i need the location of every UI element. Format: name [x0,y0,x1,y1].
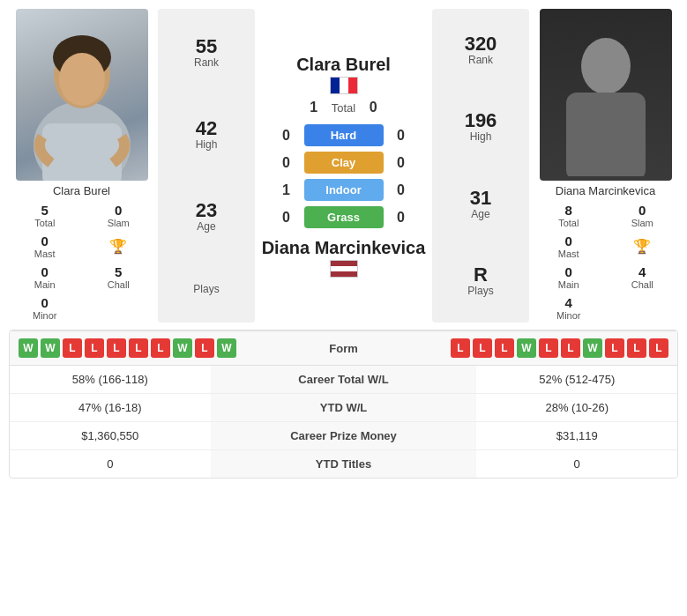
form-badge: L [151,338,170,358]
indoor-button[interactable]: Indoor [304,179,384,201]
svg-point-5 [581,38,631,94]
right-age-value: 31 [470,189,491,208]
svg-point-3 [59,53,105,106]
career-stats-table: 58% (166-118) Career Total W/L 52% (512-… [10,366,677,478]
prize-left: $1,360,550 [10,422,211,450]
right-high-label: High [465,130,497,143]
svg-rect-6 [566,93,646,176]
left-rank-value: 55 [194,37,219,56]
right-total-label: Total [536,218,601,228]
right-minor-cell: 4 Minor [533,293,605,323]
clay-button[interactable]: Clay [304,152,384,174]
left-slam-value: 0 [86,203,152,218]
top-section: Clara Burel 5 Total 0 Slam 0 Mast 🏆 [9,9,678,323]
right-player-stats: 8 Total 0 Slam 0 Mast 🏆 0 Main [533,201,678,323]
form-badge: L [605,338,624,358]
form-badge: L [649,338,668,358]
right-main-value: 0 [536,264,601,279]
left-chall-value: 5 [86,264,152,279]
left-minor-value: 0 [12,295,78,310]
form-badge: W [173,338,192,358]
left-player-header: Clara Burel [296,54,391,94]
form-badge: L [539,338,558,358]
form-badge: L [495,338,514,358]
left-slam-cell: 0 Slam [83,201,155,230]
left-main-label: Main [12,279,78,290]
right-plays-label: Plays [467,285,493,297]
right-age-box: 31 Age [470,189,491,220]
left-age-box: 23 Age [196,201,217,233]
hard-row: 0 Hard 0 [258,124,429,146]
clay-score-right: 0 [391,155,412,171]
left-total-label: Total [12,218,78,228]
left-total-cell: 5 Total [9,201,81,230]
hard-score-left: 0 [276,128,297,144]
right-slam-cell: 0 Slam [607,201,679,230]
career-wl-right: 52% (512-475) [476,366,677,394]
left-plays-label: Plays [193,283,219,295]
right-slam-value: 0 [610,203,676,218]
career-wl-label: Career Total W/L [211,366,477,394]
form-badge: L [627,338,646,358]
right-plays-value: R [467,265,493,285]
indoor-score-left: 1 [276,182,297,198]
ytd-wl-label: YTD W/L [211,394,477,422]
latvia-flag [330,260,358,278]
right-player-card: Diana Marcinkevica 8 Total 0 Slam 0 Mast… [533,9,678,323]
right-player-header: Diana Marcinkevica [262,237,426,278]
left-high-box: 42 High [196,119,218,151]
titles-label: YTD Titles [211,450,477,479]
left-minor-label: Minor [12,310,78,321]
left-age-label: Age [196,220,217,233]
right-middle-panel: 320 Rank 196 High 31 Age R Plays [432,9,529,323]
right-high-value: 196 [465,111,497,130]
grass-row: 0 Grass 0 [258,206,429,228]
left-trophy-icon: 🏆 [109,238,127,255]
right-rank-label: Rank [465,54,497,66]
center-section: Clara Burel 1 Total 0 0 Hard 0 0 Clay 0 [258,9,429,323]
form-badge: L [107,338,126,358]
ytd-wl-right: 28% (10-26) [476,394,677,422]
form-badge: W [217,338,236,358]
right-rank-value: 320 [465,34,497,54]
indoor-row: 1 Indoor 0 [258,179,429,201]
hard-score-right: 0 [391,128,412,144]
right-mast-cell: 0 Mast [533,232,605,261]
left-main-cell: 0 Main [9,263,81,292]
left-main-value: 0 [12,264,78,279]
right-player-photo [540,9,672,181]
total-score-right: 0 [362,100,384,115]
right-form-badges: LLLWLLWLLL [451,338,668,358]
left-player-card: Clara Burel 5 Total 0 Slam 0 Mast 🏆 [9,9,154,323]
right-silhouette [540,9,672,181]
form-badge: W [41,338,60,358]
ytd-wl-left: 47% (16-18) [10,394,211,422]
right-chall-value: 4 [610,264,676,279]
right-rank-box: 320 Rank [465,34,497,66]
left-form-badges: WWLLLLLWLW [19,338,236,358]
right-player-name-label: Diana Marcinkevica [556,184,655,197]
form-badge: L [451,338,470,358]
right-chall-label: Chall [610,279,676,290]
left-plays-box: Plays [193,283,219,295]
right-flag [330,260,358,278]
bottom-section: WWLLLLLWLW Form LLLWLLWLLL 58% (166-118)… [9,330,678,479]
left-minor-cell: 0 Minor [9,293,81,323]
left-player-photo [16,9,148,181]
grass-button[interactable]: Grass [304,206,384,228]
form-badge: W [19,338,38,358]
france-flag [330,77,358,94]
main-container: Clara Burel 5 Total 0 Slam 0 Mast 🏆 [0,0,687,487]
career-wl-left: 58% (166-118) [10,366,211,394]
right-player-name-top: Diana Marcinkevica [262,237,426,258]
right-total-cell: 8 Total [533,201,605,230]
left-middle-panel: 55 Rank 42 High 23 Age Plays [158,9,255,323]
total-score-left: 1 [303,100,325,115]
form-badge: W [583,338,602,358]
right-age-label: Age [470,208,491,220]
right-minor-value: 4 [536,295,601,310]
hard-button[interactable]: Hard [304,124,384,146]
left-trophy-cell: 🏆 [83,232,155,261]
indoor-score-right: 0 [391,182,412,198]
left-age-value: 23 [196,201,217,220]
